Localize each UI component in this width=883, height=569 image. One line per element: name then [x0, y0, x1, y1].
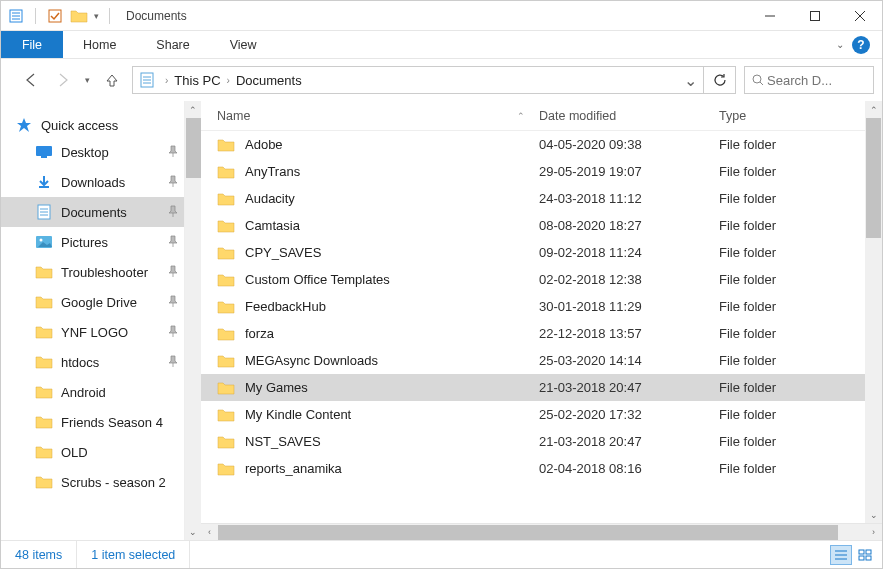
table-row[interactable]: My Kindle Content25-02-2020 17:32File fo…	[201, 401, 882, 428]
sidebar-item-troubleshooter[interactable]: Troubleshooter	[1, 257, 184, 287]
vertical-scrollbar[interactable]: ⌃ ⌄	[865, 101, 882, 523]
tab-share[interactable]: Share	[136, 31, 209, 58]
properties-icon[interactable]	[7, 7, 25, 25]
table-row[interactable]: FeedbackHub30-01-2018 11:29File folder	[201, 293, 882, 320]
help-icon[interactable]: ?	[852, 36, 870, 54]
scrollbar-thumb[interactable]	[218, 525, 838, 540]
file-date: 24-03-2018 11:12	[539, 191, 719, 206]
back-button[interactable]	[19, 68, 43, 92]
titlebar: ▾ Documents	[1, 1, 882, 31]
window-controls	[747, 1, 882, 30]
table-row[interactable]: forza22-12-2018 13:57File folder	[201, 320, 882, 347]
scroll-right-icon[interactable]: ›	[865, 524, 882, 541]
sidebar-item-google-drive[interactable]: Google Drive	[1, 287, 184, 317]
sidebar-item-label: YNF LOGO	[61, 325, 128, 340]
folder-icon	[35, 444, 53, 460]
folder-icon	[217, 218, 235, 234]
status-bar: 48 items 1 item selected	[1, 540, 882, 568]
scroll-down-icon[interactable]: ⌄	[865, 506, 882, 523]
folder-icon	[217, 434, 235, 450]
up-button[interactable]	[100, 68, 124, 92]
svg-rect-16	[41, 156, 47, 158]
quick-access-group[interactable]: Quick access	[1, 113, 184, 137]
address-history-button[interactable]: ⌄	[677, 67, 703, 93]
scroll-left-icon[interactable]: ‹	[201, 524, 218, 541]
scrollbar-thumb[interactable]	[186, 118, 201, 178]
sidebar-item-ynf-logo[interactable]: YNF LOGO	[1, 317, 184, 347]
table-row[interactable]: Adobe04-05-2020 09:38File folder	[201, 131, 882, 158]
sidebar-item-pictures[interactable]: Pictures	[1, 227, 184, 257]
table-row[interactable]: Camtasia08-08-2020 18:27File folder	[201, 212, 882, 239]
table-row[interactable]: Custom Office Templates02-02-2018 12:38F…	[201, 266, 882, 293]
breadcrumb-this-pc[interactable]: This PC	[172, 73, 222, 88]
quick-access-label: Quick access	[41, 118, 118, 133]
file-tab[interactable]: File	[1, 31, 63, 58]
table-row[interactable]: AnyTrans29-05-2019 19:07File folder	[201, 158, 882, 185]
file-type: File folder	[719, 137, 882, 152]
table-row[interactable]: Audacity24-03-2018 11:12File folder	[201, 185, 882, 212]
file-type: File folder	[719, 434, 882, 449]
refresh-button[interactable]	[703, 67, 735, 93]
sidebar-item-friends-season-4[interactable]: Friends Season 4	[1, 407, 184, 437]
folder-icon	[217, 191, 235, 207]
sidebar-item-label: Downloads	[61, 175, 125, 190]
folder-icon	[217, 407, 235, 423]
scrollbar-thumb[interactable]	[866, 118, 881, 238]
checkbox-icon[interactable]	[46, 7, 64, 25]
chevron-right-icon[interactable]: ›	[223, 75, 234, 86]
file-date: 21-03-2018 20:47	[539, 434, 719, 449]
scroll-up-icon[interactable]: ⌃	[185, 101, 201, 118]
recent-locations-icon[interactable]: ▾	[85, 75, 90, 85]
details-view-button[interactable]	[830, 545, 852, 565]
scroll-up-icon[interactable]: ⌃	[865, 101, 882, 118]
documents-icon	[133, 72, 161, 88]
search-box[interactable]	[744, 66, 874, 94]
sidebar-item-htdocs[interactable]: htdocs	[1, 347, 184, 377]
file-type: File folder	[719, 245, 882, 260]
sidebar-item-label: OLD	[61, 445, 88, 460]
sidebar-item-label: Desktop	[61, 145, 109, 160]
file-date: 29-05-2019 19:07	[539, 164, 719, 179]
table-row[interactable]: CPY_SAVES09-02-2018 11:24File folder	[201, 239, 882, 266]
sort-ascending-icon: ⌃	[517, 111, 525, 121]
chevron-right-icon[interactable]: ›	[161, 75, 172, 86]
star-icon	[15, 117, 33, 133]
sidebar-item-scrubs-season-2[interactable]: Scrubs - season 2	[1, 467, 184, 497]
expand-ribbon-icon[interactable]: ⌄	[836, 39, 844, 50]
sidebar-scrollbar[interactable]: ⌃ ⌄	[184, 101, 201, 540]
folder-icon	[70, 7, 88, 25]
close-button[interactable]	[837, 1, 882, 30]
minimize-button[interactable]	[747, 1, 792, 30]
folder-icon	[217, 353, 235, 369]
sidebar-item-documents[interactable]: Documents	[1, 197, 184, 227]
table-row[interactable]: NST_SAVES21-03-2018 20:47File folder	[201, 428, 882, 455]
search-input[interactable]	[767, 73, 867, 88]
column-date[interactable]: Date modified	[539, 109, 719, 123]
forward-button[interactable]	[51, 68, 75, 92]
breadcrumb-documents[interactable]: Documents	[234, 73, 304, 88]
thumbnails-view-button[interactable]	[854, 545, 876, 565]
pin-icon	[168, 295, 178, 310]
column-name[interactable]: Name ⌃	[217, 109, 539, 123]
sidebar-item-downloads[interactable]: Downloads	[1, 167, 184, 197]
file-name: AnyTrans	[245, 164, 300, 179]
horizontal-scrollbar[interactable]: ‹ ›	[201, 523, 882, 540]
scroll-down-icon[interactable]: ⌄	[185, 523, 201, 540]
table-row[interactable]: reports_anamika02-04-2018 08:16File fold…	[201, 455, 882, 482]
file-list[interactable]: Adobe04-05-2020 09:38File folderAnyTrans…	[201, 131, 882, 523]
svg-rect-4	[49, 10, 61, 22]
table-row[interactable]: MEGAsync Downloads25-03-2020 14:14File f…	[201, 347, 882, 374]
table-row[interactable]: My Games21-03-2018 20:47File folder	[201, 374, 882, 401]
sidebar-item-old[interactable]: OLD	[1, 437, 184, 467]
pin-icon	[168, 235, 178, 250]
ribbon: File Home Share View ⌄ ?	[1, 31, 882, 59]
address-bar[interactable]: › This PC › Documents ⌄	[132, 66, 736, 94]
sidebar-item-android[interactable]: Android	[1, 377, 184, 407]
tab-home[interactable]: Home	[63, 31, 136, 58]
chevron-down-icon[interactable]: ▾	[94, 11, 99, 21]
maximize-button[interactable]	[792, 1, 837, 30]
sidebar-item-label: Documents	[61, 205, 127, 220]
column-type[interactable]: Type	[719, 109, 882, 123]
sidebar-item-desktop[interactable]: Desktop	[1, 137, 184, 167]
tab-view[interactable]: View	[210, 31, 277, 58]
